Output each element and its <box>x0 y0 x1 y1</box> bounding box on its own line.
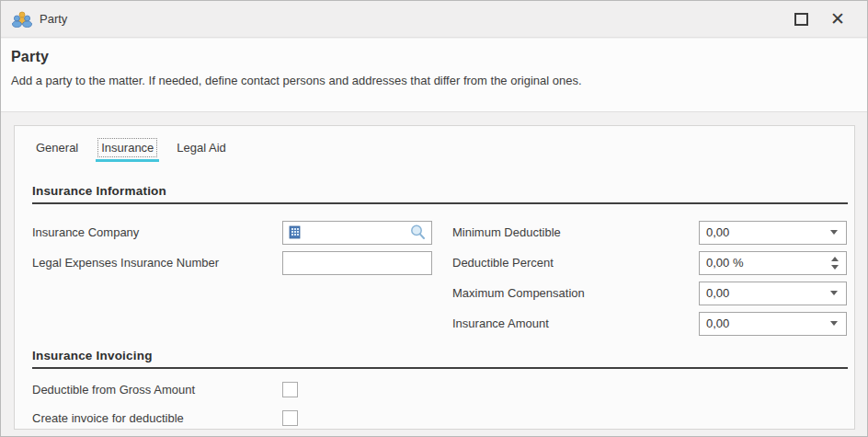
minimum-deductible-value: 0,00 <box>706 225 830 239</box>
dialog-header: Party Add a party to the matter. If need… <box>1 39 867 112</box>
maximize-button[interactable] <box>782 5 819 34</box>
insurance-invoicing-header: Insurance Invoicing <box>32 349 848 369</box>
spin-down-icon[interactable] <box>831 265 839 270</box>
insurance-company-label: Insurance Company <box>32 225 282 239</box>
create-invoice-for-deductible-label: Create invoice for deductible <box>32 411 282 425</box>
insurance-amount-value: 0,00 <box>706 316 830 330</box>
page-description: Add a party to the matter. If needed, de… <box>11 74 856 87</box>
insurance-invoicing-fields: Deductible from Gross Amount Create invo… <box>32 375 298 432</box>
minimum-deductible-label: Minimum Deductible <box>452 225 699 239</box>
people-group-icon <box>12 11 32 28</box>
deductible-percent-value: 0,00 % <box>706 256 831 270</box>
deductible-percent-label: Deductible Percent <box>452 256 699 270</box>
spin-up-icon[interactable] <box>831 257 839 261</box>
legal-expenses-insurance-number-label: Legal Expenses Insurance Number <box>32 256 282 270</box>
maximize-square-icon <box>794 13 808 26</box>
insurance-information-header: Insurance Information <box>32 184 848 204</box>
insurance-company-field[interactable] <box>282 221 432 245</box>
create-invoice-for-deductible-checkbox[interactable] <box>282 410 298 426</box>
spinner-control[interactable] <box>831 257 839 270</box>
tab-legal-aid[interactable]: Legal Aid <box>173 138 230 157</box>
insurance-information-fields: Insurance Company <box>32 217 847 339</box>
insurance-amount-label: Insurance Amount <box>452 316 699 330</box>
chevron-down-icon[interactable] <box>830 321 838 326</box>
content-panel: General Insurance Legal Aid Insurance In… <box>14 125 855 430</box>
deductible-percent-field[interactable]: 0,00 % <box>699 251 847 275</box>
party-dialog-window: Party ✕ Party Add a party to the matter.… <box>0 0 868 437</box>
building-icon <box>288 225 302 239</box>
legal-expenses-insurance-number-input[interactable] <box>282 251 432 275</box>
search-icon[interactable] <box>409 224 427 241</box>
tab-strip: General Insurance Legal Aid <box>32 138 230 157</box>
page-title: Party <box>11 49 856 65</box>
deductible-from-gross-amount-label: Deductible from Gross Amount <box>32 383 282 397</box>
maximum-compensation-value: 0,00 <box>706 286 830 300</box>
chevron-down-icon[interactable] <box>830 291 838 295</box>
maximum-compensation-field[interactable]: 0,00 <box>699 282 847 305</box>
window-title: Party <box>40 12 67 26</box>
insurance-amount-field[interactable]: 0,00 <box>699 312 847 336</box>
chevron-down-icon[interactable] <box>830 230 838 235</box>
tab-general[interactable]: General <box>32 138 82 157</box>
close-icon: ✕ <box>830 10 845 28</box>
maximum-compensation-label: Maximum Compensation <box>452 286 699 300</box>
minimum-deductible-field[interactable]: 0,00 <box>699 221 847 245</box>
close-button[interactable]: ✕ <box>819 5 856 34</box>
deductible-from-gross-amount-checkbox[interactable] <box>282 382 298 397</box>
titlebar: Party ✕ <box>1 1 867 38</box>
tab-insurance[interactable]: Insurance <box>97 138 157 157</box>
